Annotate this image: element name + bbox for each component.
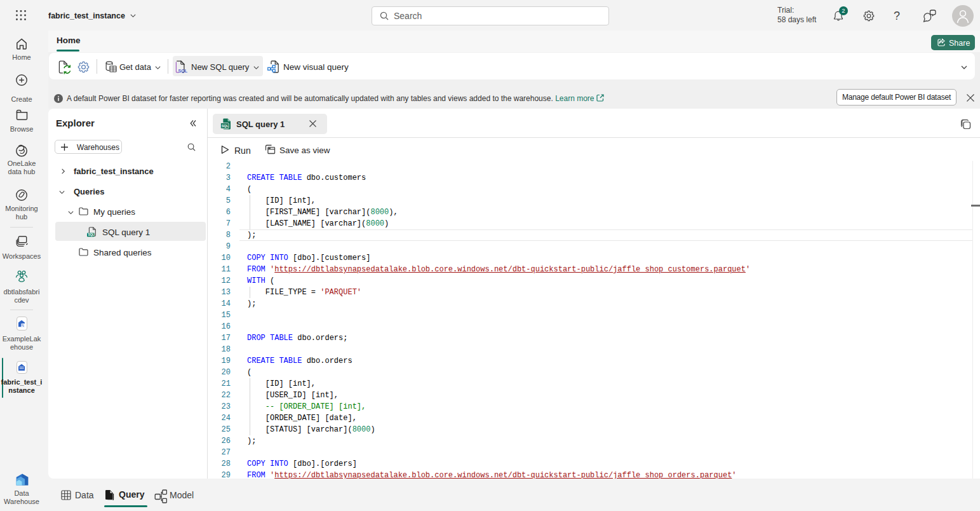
svg-text:SQL: SQL <box>178 69 188 73</box>
svg-text:SQL: SQL <box>222 124 229 128</box>
svg-text:SQL: SQL <box>88 233 94 236</box>
